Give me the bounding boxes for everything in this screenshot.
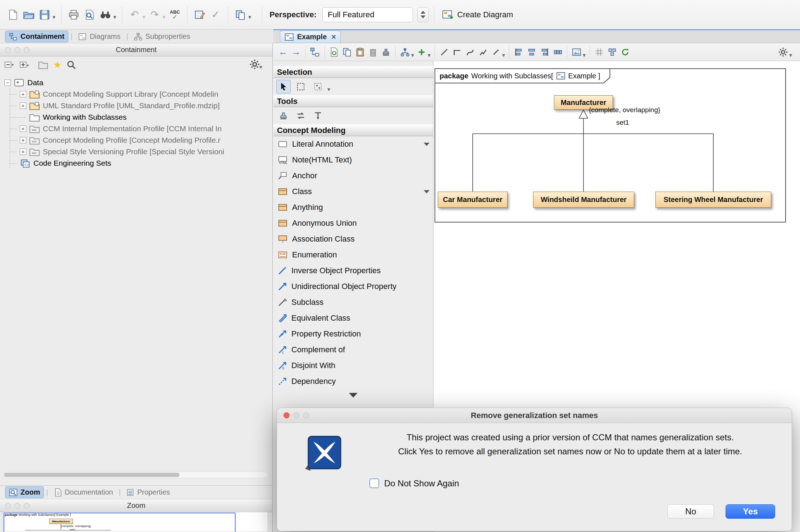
tab-example-diagram[interactable]: Example × [280, 31, 341, 43]
expand-expander-icon[interactable]: + [20, 125, 26, 132]
no-button[interactable]: No [667, 504, 714, 519]
layout-button[interactable] [606, 45, 618, 59]
literal-annotation-caret-icon[interactable] [424, 143, 429, 146]
class-windsheild-manufacturer[interactable]: Windsheild Manufacturer [533, 192, 634, 208]
close-tab-icon[interactable]: × [331, 32, 336, 42]
vertical-tree-layout-button[interactable] [311, 109, 325, 123]
tree-item-cm-support-library[interactable]: + Concept Modeling Support Library [Conc… [10, 88, 218, 100]
save-dropdown-caret-icon[interactable]: ▾ [53, 15, 55, 19]
pointer-tool-button[interactable] [276, 80, 291, 93]
image-caret-icon[interactable]: ▾ [583, 54, 586, 57]
reset-path-button[interactable] [490, 45, 502, 59]
refine-path-button[interactable] [477, 45, 489, 59]
tab-properties[interactable]: Properties [123, 487, 173, 498]
palette-item-association-class[interactable]: Association Class [273, 231, 433, 247]
scrollbar-thumb[interactable] [4, 473, 179, 477]
add-caret-icon[interactable]: ▾ [428, 54, 431, 57]
palette-section-concept-modeling[interactable]: Concept Modeling [273, 124, 433, 136]
tab-subproperties[interactable]: Subproperties [130, 31, 194, 42]
tree-item-uml-standard-profile[interactable]: + UML Standard Profile [UML_Standard_Pro… [10, 100, 220, 111]
save-project-button[interactable] [37, 6, 52, 23]
stamp-mode-button[interactable] [380, 45, 392, 59]
dialog-titlebar[interactable]: Remove generalization set names [277, 408, 792, 423]
expand-expander-icon[interactable]: + [20, 148, 26, 155]
navigate-back-button[interactable]: ← [277, 45, 289, 59]
tree-item-code-engineering-sets[interactable]: <> Code Engineering Sets [10, 157, 111, 169]
generalization-constraint-label[interactable]: {complete, overlapping} [589, 106, 660, 114]
palette-item-literal-annotation[interactable]: Literal Annotation [273, 136, 433, 152]
refresh-button[interactable] [619, 45, 631, 59]
generalization-set-label[interactable]: set1 [616, 119, 629, 127]
tab-diagrams[interactable]: Diagrams [74, 31, 124, 42]
zoom-minimap[interactable]: package Working with Subclasses[ Example… [3, 512, 268, 532]
find-dropdown-caret-icon[interactable]: ▾ [113, 15, 116, 19]
show-containment-button[interactable] [309, 45, 321, 59]
align-left-button[interactable] [513, 45, 525, 59]
navigate-forward-button[interactable]: → [290, 45, 302, 59]
options-caret-icon[interactable]: ▾ [789, 54, 792, 57]
tree-item-concept-modeling-profile[interactable]: + «» Concept Modeling Profile [Concept M… [10, 134, 221, 146]
redo-dropdown-caret-icon[interactable]: ▾ [163, 15, 165, 19]
palette-item-subclass[interactable]: Subclass [273, 294, 433, 310]
selection-caret-icon[interactable]: ▾ [327, 88, 330, 91]
expand-expander-icon[interactable]: + [20, 102, 26, 109]
class-steering-wheel-manufacturer[interactable]: Steering Wheel Manufacturer [655, 192, 771, 208]
palette-item-enumeration[interactable]: Enumeration [273, 247, 433, 263]
print-preview-button[interactable] [82, 6, 97, 23]
palette-item-anonymous-union[interactable]: Anonymous Union [273, 215, 433, 231]
minimap-viewport[interactable] [4, 513, 236, 532]
palette-item-complement-of[interactable]: c Complement of [273, 342, 433, 358]
rectilinear-path-button[interactable] [451, 45, 463, 59]
copy-special-button[interactable] [233, 6, 247, 23]
perspective-stepper[interactable] [417, 7, 429, 22]
palette-item-inverse-object-properties[interactable]: Inverse Object Properties [273, 263, 433, 279]
expand-all-icon[interactable] [19, 60, 29, 69]
grid-button[interactable] [593, 45, 605, 59]
palette-item-class[interactable]: Class [273, 184, 433, 200]
align-right-button[interactable] [538, 45, 551, 59]
panel-options[interactable]: ▾ [249, 59, 263, 70]
palette-scroll-more[interactable] [273, 393, 433, 398]
class-car-manufacturer[interactable]: Car Manufacturer [438, 192, 508, 208]
undo-dropdown-caret-icon[interactable]: ▾ [142, 15, 145, 19]
perspective-select[interactable]: Full Featured [322, 7, 413, 22]
do-not-show-again-checkbox[interactable] [369, 478, 379, 488]
related-caret-icon[interactable]: ▾ [411, 54, 414, 57]
oblique-path-button[interactable] [438, 45, 450, 59]
find-button[interactable] [98, 6, 113, 23]
tab-containment[interactable]: Containment [5, 31, 68, 42]
class-caret-icon[interactable] [424, 190, 429, 193]
copy-dropdown-caret-icon[interactable]: ▾ [248, 15, 251, 19]
tree-item-ccm-internal-profile[interactable]: + «» CCM Internal Implementation Profile… [10, 123, 222, 134]
image-shape-button[interactable] [571, 45, 583, 59]
tab-zoom[interactable]: Zoom [5, 486, 44, 498]
horizontal-scrollbar[interactable] [3, 472, 268, 478]
new-project-button[interactable] [6, 6, 20, 23]
tree-item-working-with-subclasses[interactable]: Working with Subclasses [10, 111, 127, 123]
yes-button[interactable]: Yes [726, 504, 775, 519]
delete-element-button[interactable] [367, 45, 379, 59]
expand-expander-icon[interactable]: + [20, 137, 26, 143]
sticky-mode-button[interactable] [276, 109, 291, 123]
collapse-expander-icon[interactable]: − [4, 79, 11, 86]
add-element-button[interactable] [415, 45, 428, 59]
lasso-select-button[interactable] [311, 80, 325, 93]
tab-documentation[interactable]: Documentation [50, 487, 117, 498]
align-center-button[interactable] [526, 45, 538, 59]
publish-diagram-button[interactable] [328, 45, 340, 59]
validate-button[interactable] [192, 6, 207, 23]
open-in-new-tree-icon[interactable] [38, 60, 48, 69]
palette-section-selection[interactable]: Selection [273, 66, 433, 78]
favorites-star-icon[interactable]: ★ [53, 59, 62, 70]
check-syntax-button[interactable]: ✓ [208, 6, 223, 23]
package-frame-header[interactable]: package Working with Subclasses[ Example… [435, 68, 610, 83]
path-caret-icon[interactable]: ▾ [502, 54, 505, 57]
collapse-all-icon[interactable] [4, 60, 14, 69]
spelling-button[interactable]: ABC ✓ [168, 6, 182, 23]
redo-button[interactable]: ↷ [147, 6, 162, 23]
print-button[interactable] [67, 6, 81, 23]
palette-item-disjoint-with[interactable]: d Disjoint With [273, 358, 433, 373]
palette-item-equivalent-class[interactable]: Equivalent Class [273, 310, 433, 326]
paste-element-button[interactable] [354, 45, 366, 59]
distribute-button[interactable] [551, 45, 564, 59]
